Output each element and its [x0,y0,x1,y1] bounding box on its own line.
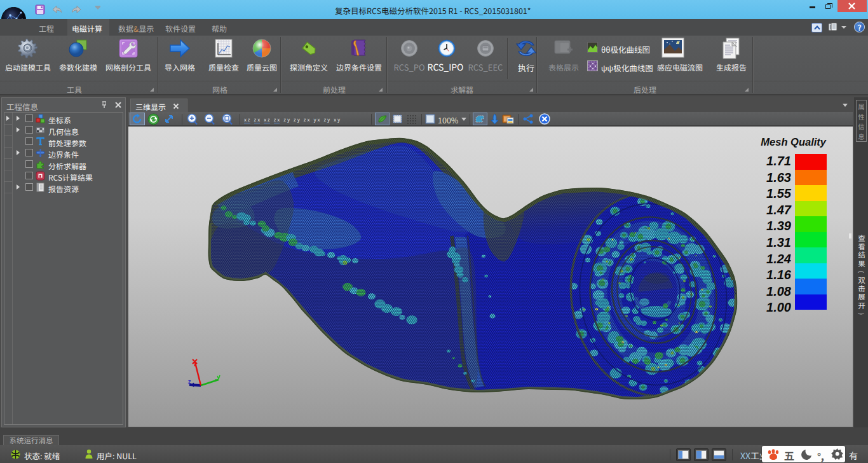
svg-text:z: z [188,377,191,385]
